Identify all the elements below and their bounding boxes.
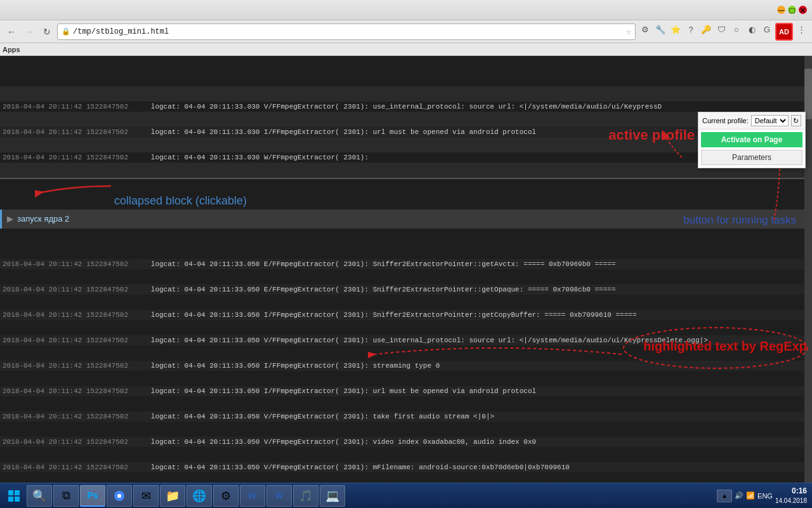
taskbar-app-chrome[interactable]: [107, 485, 132, 507]
log-line: 2018-04-04 20:11:42 1522847502 logcat: 0…: [0, 411, 812, 422]
svg-rect-6: [15, 490, 20, 495]
collapsed-block[interactable]: ▶ запуск ядра 2: [0, 210, 812, 229]
profile-label: Current profile:: [702, 117, 749, 124]
content-area: 2018-04-04 20:11:42 1522847502 logcat: 0…: [0, 56, 812, 483]
toolbar-btn-6[interactable]: ○: [730, 23, 743, 37]
apps-bar: Apps: [0, 43, 812, 56]
taskbar-photoshop-button[interactable]: Ps: [80, 485, 105, 507]
tray-icon-2: 📶: [746, 491, 755, 500]
log-viewer[interactable]: 2018-04-04 20:11:42 1522847502 logcat: 0…: [0, 56, 812, 483]
toolbar-btn-7[interactable]: ◐: [745, 23, 759, 37]
taskbar-date: 14.04.2018: [775, 497, 807, 505]
start-button[interactable]: [3, 485, 25, 507]
taskbar-time: 0:16: [775, 486, 807, 497]
taskbar-app-folder[interactable]: 📁: [160, 485, 185, 507]
taskbar-tray: ▲ 🔊 📶 ENG 0:16 14.04.2018: [714, 486, 809, 505]
taskbar-search-button[interactable]: 🔍: [27, 485, 52, 507]
toolbar-btn-8[interactable]: G: [760, 23, 774, 37]
top-log-section: 2018-04-04 20:11:42 1522847502 logcat: 0…: [0, 86, 812, 179]
address-icon: 🔒: [62, 27, 70, 36]
browser-titlebar: ─ □ ✕: [0, 0, 812, 20]
address-bar: /tmp/stblog_mini.html: [73, 27, 624, 36]
profile-popup: Current profile: Default ↻ Activate on P…: [698, 112, 806, 168]
svg-rect-7: [8, 497, 13, 502]
toolbar-menu-btn[interactable]: ⋮: [794, 23, 808, 37]
browser-toolbar: ← → ↻ 🔒 /tmp/stblog_mini.html ☆ ⚙ 🔧 ⭐ ? …: [0, 20, 812, 43]
taskbar-app-mail[interactable]: ✉: [133, 485, 159, 507]
svg-rect-5: [8, 490, 13, 495]
reload-button[interactable]: ↻: [39, 24, 55, 39]
chrome-icon: [114, 490, 125, 502]
profile-select[interactable]: Default: [751, 115, 789, 126]
extensions-btn[interactable]: ⚙: [638, 23, 652, 37]
log-line: 2018-04-04 20:11:42 1522847502 logcat: 0…: [0, 284, 812, 295]
active-toolbar-btn[interactable]: AD: [775, 23, 793, 41]
log-line: 2018-04-04 20:11:42 1522847502 logcat: 0…: [0, 127, 812, 137]
back-button[interactable]: ←: [4, 24, 19, 39]
profile-header: Current profile: Default ↻: [698, 112, 805, 130]
log-line: 2018-04-04 20:11:42 1522847502 logcat: 0…: [0, 259, 812, 269]
star-icon[interactable]: ☆: [626, 26, 631, 37]
close-button[interactable]: ✕: [799, 6, 807, 14]
log-line: 2018-04-04 20:11:42 1522847502 logcat: 0…: [0, 152, 812, 163]
window-controls: ─ □ ✕: [777, 6, 807, 14]
tray-lang: ENG: [757, 492, 773, 500]
minimize-button[interactable]: ─: [777, 6, 785, 14]
log-content: 2018-04-04 20:11:42 1522847502 logcat: 0…: [0, 56, 812, 483]
tray-icon-1: 🔊: [735, 491, 743, 500]
taskbar-app-browser[interactable]: 🌐: [187, 485, 212, 507]
tray-chevron[interactable]: ▲: [717, 490, 732, 502]
taskbar: 🔍 ⧉ Ps ✉ 📁 🌐 ⚙ W W 🎵 💻 ▲ 🔊 📶 ENG 0:16 14…: [0, 483, 812, 508]
svg-point-10: [117, 494, 121, 498]
taskbar-app-word[interactable]: W: [240, 485, 265, 507]
taskbar-taskview-button[interactable]: ⧉: [53, 485, 79, 507]
log-line: 2018-04-04 20:11:42 1522847502 logcat: 0…: [0, 102, 812, 112]
taskbar-app-extra[interactable]: 💻: [320, 485, 345, 507]
toolbar-btn-5[interactable]: 🛡: [714, 23, 728, 37]
apps-label: Apps: [3, 46, 20, 53]
activate-on-page-button[interactable]: Activate on Page: [701, 132, 802, 147]
toolbar-btn-2[interactable]: ⭐: [669, 23, 683, 37]
windows-logo-icon: [8, 490, 20, 502]
taskbar-app-word2[interactable]: W: [266, 485, 292, 507]
log-line: 2018-04-04 20:11:42 1522847502 logcat: 0…: [0, 310, 812, 320]
taskbar-app-settings[interactable]: ⚙: [213, 485, 239, 507]
log-line: 2018-04-04 20:11:42 1522847502 logcat: 0…: [0, 386, 812, 396]
maximize-button[interactable]: □: [788, 6, 796, 14]
collapse-icon: ▶: [7, 210, 13, 229]
log-line: 2018-04-04 20:11:42 1522847502 logcat: 0…: [0, 437, 812, 447]
log-line: 2018-04-04 20:11:42 1522847502 logcat: 0…: [0, 335, 812, 345]
toolbar-btn-3[interactable]: ?: [684, 23, 698, 37]
svg-rect-8: [15, 497, 20, 502]
parameters-button[interactable]: Parameters: [701, 150, 802, 165]
toolbar-btn-1[interactable]: 🔧: [653, 23, 667, 37]
browser-frame: ─ □ ✕ ← → ↻ 🔒 /tmp/stblog_mini.html ☆ ⚙ …: [0, 0, 812, 508]
collapsed-block-label: запуск ядра 2: [17, 210, 69, 229]
address-bar-container[interactable]: 🔒 /tmp/stblog_mini.html ☆: [57, 23, 636, 40]
log-line: 2018-04-04 20:11:42 1522847502 logcat: 0…: [0, 361, 812, 371]
profile-refresh-button[interactable]: ↻: [791, 115, 801, 126]
taskbar-clock[interactable]: 0:16 14.04.2018: [775, 486, 807, 505]
forward-button[interactable]: →: [22, 24, 37, 39]
toolbar-icons: ⚙ 🔧 ⭐ ? 🔑 🛡 ○ ◐ G AD ⋮: [638, 23, 808, 41]
taskbar-app-media[interactable]: 🎵: [293, 485, 318, 507]
log-line: 2018-04-04 20:11:42 1522847502 logcat: 0…: [0, 462, 812, 472]
toolbar-btn-4[interactable]: 🔑: [699, 23, 713, 37]
